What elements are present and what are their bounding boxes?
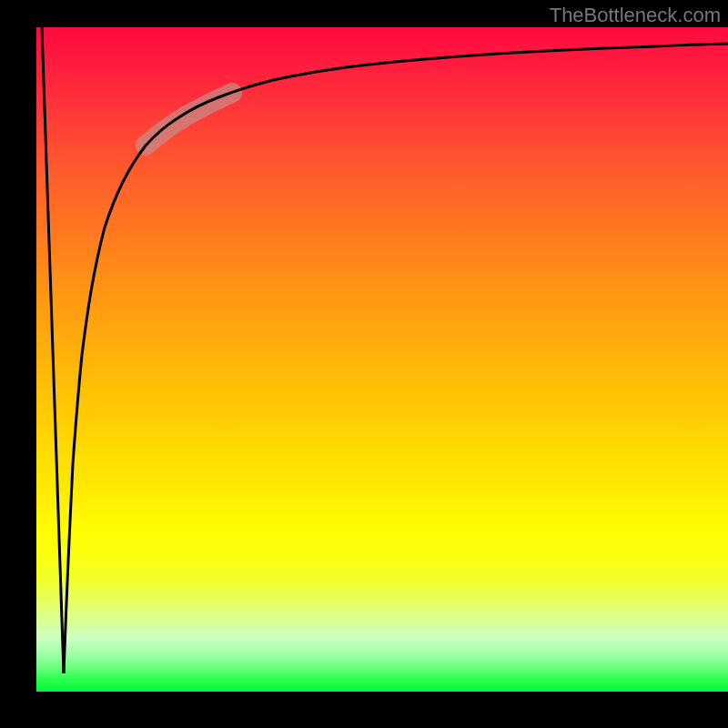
- descending-line: [42, 27, 64, 673]
- highlight-capsule: [146, 93, 232, 146]
- curve-layer: [36, 27, 728, 692]
- watermark-text: TheBottleneck.com: [550, 4, 721, 27]
- plot-area: [36, 27, 728, 692]
- chart-frame: [0, 0, 728, 728]
